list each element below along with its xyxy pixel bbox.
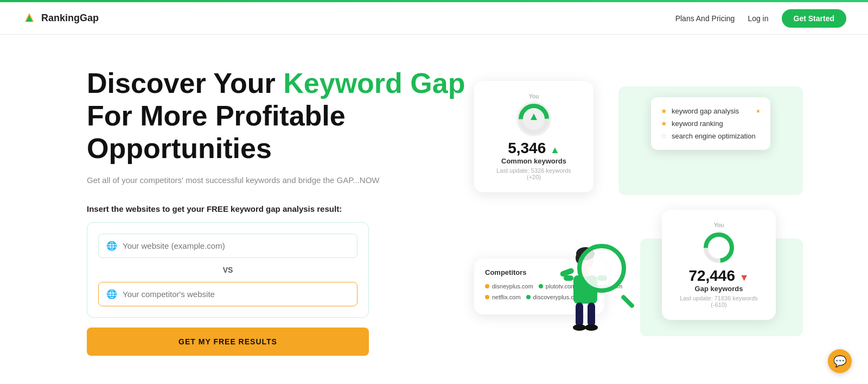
- star-filled-icon-2: ★: [661, 119, 667, 128]
- chat-bubble[interactable]: 💬: [828, 349, 852, 373]
- title-green: Keyword Gap: [283, 67, 465, 99]
- comp-label-disney: disneyplus.com: [492, 283, 533, 289]
- tooltip-row-3: ☆ search engine optimization: [661, 130, 761, 142]
- your-website-row: 🌐: [98, 234, 358, 258]
- competitor-website-input[interactable]: [123, 289, 349, 299]
- svg-rect-14: [588, 303, 595, 326]
- logo-text: RankingGap: [41, 12, 99, 24]
- star-filled-icon-1b: ★: [756, 108, 761, 114]
- svg-point-15: [573, 324, 586, 331]
- comp-dot-disney: [485, 284, 489, 288]
- comp-item-netflix: netflix.com: [485, 294, 521, 300]
- card-tooltip: ★ keyword gap analysis ★ ★ keyword ranki…: [651, 97, 770, 150]
- card-common-keywords: You 5,346 ▲ Common keywords Last update:…: [474, 81, 593, 192]
- star-filled-icon-1: ★: [661, 107, 667, 115]
- star-empty-icon-3: ☆: [661, 132, 667, 140]
- gap-donut-chart: [701, 230, 736, 265]
- tooltip-item-3: search engine optimization: [672, 132, 756, 140]
- tooltip-row-1: ★ keyword gap analysis ★: [661, 105, 761, 117]
- magnifier-circle: [577, 244, 626, 293]
- hero-subtitle: Get all of your competitors' most succes…: [87, 174, 469, 187]
- gap-metric: 72,446 ▼: [677, 267, 761, 285]
- hero-right: You 5,346 ▲ Common keywords Last update:…: [469, 70, 781, 352]
- comp-label-netflix: netflix.com: [492, 294, 521, 300]
- hero-title: Discover Your Keyword Gap For More Profi…: [87, 67, 469, 165]
- comp-dot-pluto: [539, 284, 543, 288]
- hero-section: Discover Your Keyword Gap For More Profi…: [0, 35, 868, 384]
- svg-rect-13: [576, 303, 583, 326]
- common-metric: 5,346 ▲: [489, 140, 578, 157]
- insert-label: Insert the websites to get your FREE key…: [87, 204, 469, 213]
- tooltip-item-1: keyword gap analysis: [672, 107, 739, 115]
- your-website-input[interactable]: [123, 241, 349, 250]
- arrow-up-icon: ▲: [550, 144, 560, 155]
- comp-dot-netflix: [485, 295, 489, 299]
- common-you-label: You: [489, 93, 578, 99]
- gap-update: Last update: 71836 keywords (-610): [677, 295, 761, 308]
- plans-link[interactable]: Plans And Pricing: [675, 14, 735, 23]
- globe-icon-2: 🌐: [106, 289, 117, 299]
- nav-right: Plans And Pricing Log in Get Started: [675, 9, 846, 28]
- arrow-down-icon: ▼: [739, 272, 749, 283]
- tooltip-row-2: ★ keyword ranking: [661, 117, 761, 130]
- vs-divider: VS: [98, 266, 358, 274]
- get-started-button[interactable]: Get Started: [782, 9, 846, 28]
- title-part1: Discover Your: [87, 67, 283, 99]
- login-link[interactable]: Log in: [748, 14, 768, 23]
- svg-rect-10: [564, 275, 573, 281]
- comp-dot-discovery: [526, 295, 531, 299]
- globe-icon-1: 🌐: [106, 241, 117, 251]
- comp-item-disney: disneyplus.com: [485, 283, 533, 289]
- gap-avatar-circle: [677, 230, 761, 267]
- common-update: Last update: 5326 keywords (+20): [489, 167, 578, 180]
- gap-you-label: You: [677, 222, 761, 228]
- common-type: Common keywords: [489, 157, 578, 165]
- svg-marker-4: [531, 114, 537, 120]
- common-avatar-circle: [516, 102, 551, 136]
- svg-point-16: [585, 324, 598, 331]
- get-results-button[interactable]: GET MY FREE RESULTS: [87, 328, 369, 356]
- common-donut-chart: [516, 102, 551, 136]
- tooltip-item-2: keyword ranking: [672, 119, 723, 128]
- input-card: 🌐 VS 🌐: [87, 222, 369, 318]
- logo-icon: [22, 11, 37, 26]
- competitor-website-row: 🌐: [98, 282, 358, 306]
- navbar: RankingGap Plans And Pricing Log in Get …: [0, 2, 868, 35]
- title-part2: For More Profitable Opportunities: [87, 100, 346, 164]
- gap-type: Gap keywords: [677, 285, 761, 293]
- card-gap-keywords: You 72,446 ▼ Gap keywords Last update: 7…: [662, 210, 776, 320]
- chat-icon: 💬: [833, 355, 847, 368]
- hero-left: Discover Your Keyword Gap For More Profi…: [87, 67, 469, 356]
- magnifier-handle: [621, 294, 635, 309]
- logo: RankingGap: [22, 11, 99, 26]
